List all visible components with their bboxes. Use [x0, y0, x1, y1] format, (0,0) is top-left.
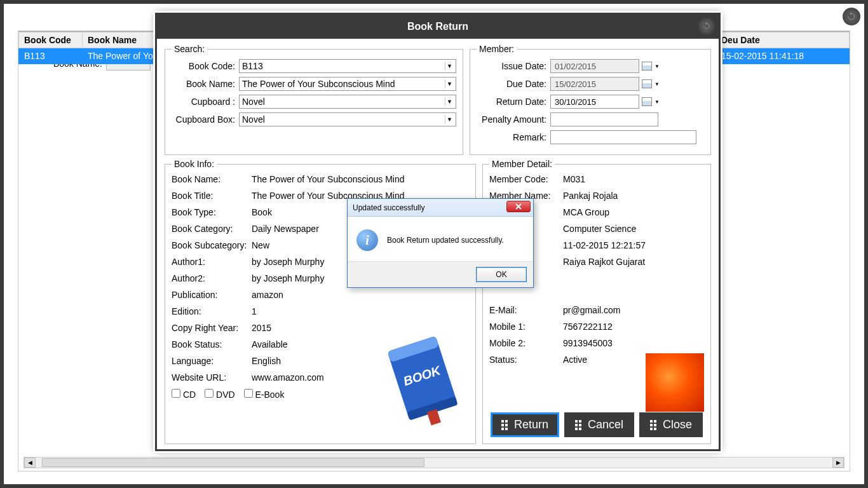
chevron-down-icon: ▼	[445, 115, 454, 124]
member-mobile1: 7567222112	[563, 322, 704, 332]
messagebox-close-button[interactable]	[506, 201, 531, 212]
calendar-icon[interactable]	[642, 79, 652, 88]
ebook-checkbox[interactable]: E-Book	[244, 389, 285, 400]
member-photo	[646, 353, 704, 412]
cell-due: 15-02-2015 11:41:18	[716, 48, 850, 64]
messagebox-titlebar: Updated successfully	[348, 199, 533, 217]
dialog-refresh-icon[interactable]	[698, 18, 715, 34]
member-mobile2: 9913945003	[563, 338, 704, 348]
search-book-name-combo[interactable]: The Power of Your Subconscious Mind▼	[239, 77, 456, 91]
issue-date-label: Issue Date:	[477, 61, 546, 71]
outer-window: Book Code: Book Name: Clear Export To Ex…	[0, 0, 868, 488]
search-legend: Search:	[172, 44, 207, 54]
member-fieldset: Member: Issue Date: ▼ Due Date: ▼	[470, 44, 711, 155]
list-icon	[575, 420, 581, 430]
chevron-down-icon[interactable]: ▼	[654, 99, 660, 105]
chevron-down-icon: ▼	[445, 62, 454, 71]
dvd-checkbox[interactable]: DVD	[205, 389, 234, 400]
member-legend: Member:	[477, 44, 517, 54]
return-date-label: Return Date:	[477, 97, 546, 107]
chevron-down-icon: ▼	[445, 79, 454, 88]
issue-date-input[interactable]	[550, 59, 639, 73]
scroll-left-icon[interactable]: ◀	[24, 458, 36, 468]
chevron-down-icon[interactable]: ▼	[654, 64, 660, 69]
messagebox-ok-button[interactable]: OK	[476, 267, 527, 282]
search-cupboard-combo[interactable]: Novel▼	[239, 95, 456, 109]
search-cupboard-box-label: Cupboard Box:	[172, 114, 235, 125]
remark-label: Remark:	[477, 132, 546, 142]
search-book-code-combo[interactable]: B113▼	[239, 59, 456, 73]
search-book-code-label: Book Code:	[172, 61, 235, 71]
chevron-down-icon: ▼	[445, 97, 454, 106]
due-date-input[interactable]	[550, 77, 639, 91]
search-book-name-label: Book Name:	[172, 79, 235, 89]
search-cupboard-label: Cupboard :	[172, 97, 235, 107]
search-cupboard-box-combo[interactable]: Novel▼	[239, 112, 456, 126]
info-book-name: The Power of Your Subconscious Mind	[252, 174, 469, 184]
memberdetail-legend: Member Detail:	[489, 159, 555, 169]
col-due-date[interactable]: Deu Date	[716, 32, 850, 48]
member-group: MCA Group	[563, 207, 704, 217]
cell-code: B113	[19, 48, 83, 64]
member-email: pr@gmail.com	[563, 305, 704, 315]
dialog-titlebar: Book Return	[157, 15, 719, 39]
member-name: Pankaj Rojala	[563, 191, 704, 201]
return-button[interactable]: Return	[491, 412, 559, 437]
penalty-input[interactable]	[550, 112, 658, 126]
messagebox: Updated successfully i Book Return updat…	[347, 198, 534, 288]
penalty-label: Penalty Amount:	[477, 114, 546, 125]
member-dept: Computer Science	[563, 224, 704, 234]
close-icon	[515, 203, 522, 210]
outer-refresh-icon[interactable]	[843, 8, 860, 25]
bookinfo-legend: Book Info:	[172, 159, 217, 169]
scroll-thumb[interactable]	[42, 458, 424, 467]
cancel-button[interactable]: Cancel	[564, 412, 634, 437]
list-icon	[501, 420, 508, 430]
cd-checkbox[interactable]: CD	[172, 389, 196, 400]
search-fieldset: Search: Book Code: B113▼ Book Name: The …	[165, 44, 463, 155]
member-joined: 11-02-2015 12:21:57	[563, 240, 704, 250]
svg-rect-4	[427, 409, 441, 426]
list-icon	[650, 420, 656, 430]
horizontal-scrollbar[interactable]: ◀ ▶	[24, 457, 844, 468]
book-image: BOOK	[379, 323, 468, 437]
calendar-icon[interactable]	[642, 62, 652, 71]
return-date-input[interactable]	[550, 95, 639, 109]
messagebox-text: Book Return updated successfully.	[387, 236, 504, 245]
info-icon: i	[356, 229, 378, 251]
scroll-right-icon[interactable]: ▶	[832, 458, 844, 468]
close-button[interactable]: Close	[639, 412, 703, 437]
info-publication: amazon	[252, 290, 469, 300]
due-date-label: Due Date:	[477, 79, 546, 89]
dialog-title: Book Return	[407, 21, 468, 32]
member-address: Raiya Rajkot Gujarat	[563, 257, 704, 267]
remark-input[interactable]	[550, 130, 696, 144]
info-edition: 1	[252, 306, 469, 316]
col-book-code[interactable]: Book Code	[19, 32, 83, 48]
member-code: M031	[563, 174, 704, 184]
chevron-down-icon[interactable]: ▼	[654, 81, 660, 87]
calendar-icon[interactable]	[642, 97, 652, 106]
messagebox-title: Updated successfully	[353, 203, 424, 212]
